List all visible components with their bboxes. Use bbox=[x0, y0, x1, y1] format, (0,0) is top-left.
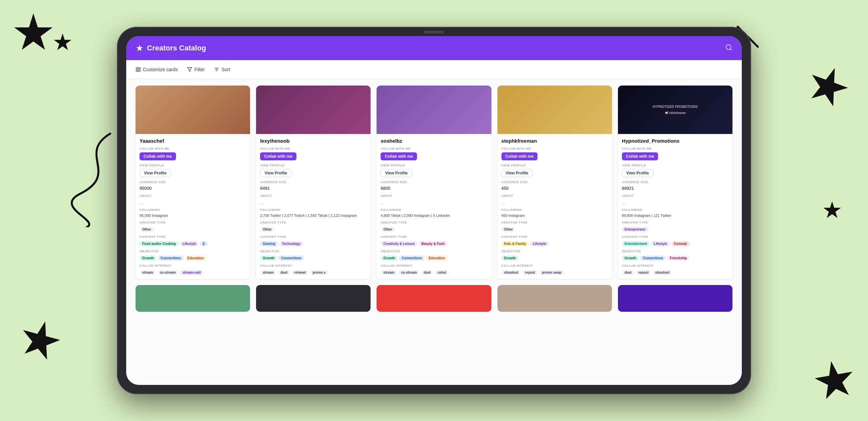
collab-interest-tags: streamco-streamstream-raid bbox=[140, 270, 246, 275]
creator-type-label: CREATOR TYPE bbox=[380, 221, 487, 224]
content-type-label: CONTENT TYPE bbox=[380, 235, 487, 238]
navbar: Creators Catalog bbox=[126, 36, 742, 60]
creator-type-tags: Other bbox=[501, 227, 608, 232]
tag: duet bbox=[278, 270, 290, 275]
view-profile-button[interactable]: View Profile bbox=[380, 169, 412, 177]
username: Yaaaschef bbox=[140, 138, 246, 144]
following-value: 89,800 Instagram | 121 Twitter bbox=[622, 214, 728, 218]
tag: repost bbox=[522, 270, 538, 275]
creator-type-tags: Other bbox=[380, 227, 487, 232]
collab-button[interactable]: Collab with me bbox=[140, 152, 176, 160]
view-profile-button[interactable]: View Profile bbox=[622, 169, 653, 177]
app-logo-icon bbox=[135, 44, 144, 52]
card-partial-1 bbox=[135, 285, 250, 312]
objective-tags: GrowthConnections bbox=[260, 256, 367, 261]
objective-label: OBJECTIVE bbox=[622, 250, 728, 253]
tag: repost bbox=[636, 270, 651, 275]
collab-button[interactable]: Collab with me bbox=[501, 152, 538, 160]
about-value: ... bbox=[380, 199, 487, 205]
bottom-row bbox=[135, 285, 733, 312]
svg-rect-3 bbox=[138, 67, 140, 69]
tag: promo s bbox=[310, 270, 328, 275]
tag: Lifestyle bbox=[651, 241, 670, 246]
view-profile-button[interactable]: View Profile bbox=[501, 169, 533, 177]
card-body: stephkfreeman COLLAB WITH ME Collab with… bbox=[497, 134, 612, 279]
username: xoshelbz bbox=[380, 138, 487, 144]
tag: Connections bbox=[399, 256, 425, 261]
objective-label: OBJECTIVE bbox=[260, 250, 367, 253]
objective-label: OBJECTIVE bbox=[140, 250, 246, 253]
creator-card: stephkfreeman COLLAB WITH ME Collab with… bbox=[497, 86, 612, 279]
card-body: xoshelbz COLLAB WITH ME Collab with me V… bbox=[377, 134, 491, 279]
app-title: Creators Catalog bbox=[135, 44, 206, 53]
collab-button[interactable]: Collab with me bbox=[622, 152, 658, 160]
tag: Growth bbox=[622, 256, 639, 261]
tag: co-stream bbox=[157, 270, 179, 275]
tag: co-stream bbox=[398, 270, 420, 275]
tag: Growth bbox=[140, 256, 157, 261]
creator-type-tags: Other bbox=[260, 227, 367, 232]
tag: Beauty & Fash bbox=[418, 241, 447, 246]
filter-button[interactable]: Filter bbox=[187, 67, 205, 72]
objective-tags: GrowthConnectionsEducation bbox=[140, 256, 246, 261]
about-label: ABOUT bbox=[380, 194, 487, 197]
collab-interest-tags: streamco-streamduetcohoi bbox=[380, 270, 487, 275]
collab-interest-label: COLLAB INTEREST bbox=[501, 264, 608, 267]
about-label: ABOUT bbox=[260, 194, 367, 197]
card-partial-2 bbox=[256, 285, 371, 312]
cards-grid: Yaaaschef COLLAB WITH ME Collab with me … bbox=[135, 86, 733, 279]
creator-type-label: CREATOR TYPE bbox=[260, 221, 367, 224]
collab-button[interactable]: Collab with me bbox=[260, 152, 297, 160]
audience-size-value: 6805 bbox=[380, 186, 487, 191]
collab-button[interactable]: Collab with me bbox=[380, 152, 417, 160]
tag: E bbox=[200, 241, 208, 246]
about-value: ... bbox=[140, 199, 246, 205]
tag: Creativity & Leisure bbox=[380, 241, 417, 246]
tag: Technology bbox=[279, 241, 303, 246]
about-value: ... bbox=[622, 199, 728, 205]
view-profile-button[interactable]: View Profile bbox=[260, 169, 291, 177]
audience-size-label: AUDIENCE SIZE bbox=[380, 180, 487, 184]
audience-size-label: AUDIENCE SIZE bbox=[140, 180, 246, 184]
card-body: Hypnotized_Promotions COLLAB WITH ME Col… bbox=[618, 134, 733, 279]
tag: stream bbox=[140, 270, 156, 275]
following-value: 2,750 Twitter | 2,077 Twitch | 1,542 Tik… bbox=[260, 214, 367, 218]
collab-label: COLLAB WITH ME bbox=[380, 147, 487, 150]
sort-button[interactable]: Sort bbox=[214, 67, 230, 72]
objective-label: OBJECTIVE bbox=[380, 250, 487, 253]
tag: Food and/or Cooking bbox=[140, 241, 179, 246]
tag: Growth bbox=[501, 256, 519, 261]
tag: stream bbox=[260, 270, 276, 275]
svg-rect-4 bbox=[136, 70, 138, 72]
customize-cards-button[interactable]: Customize cards bbox=[135, 67, 178, 72]
tag: Friendship bbox=[667, 256, 689, 261]
content-type-label: CONTENT TYPE bbox=[622, 235, 728, 238]
tag: retweet bbox=[291, 270, 308, 275]
view-profile-button[interactable]: View Profile bbox=[140, 169, 171, 177]
objective-tags: GrowthConnectionsEducation bbox=[380, 256, 487, 261]
following-label: FOLLOWING bbox=[140, 208, 246, 212]
search-icon[interactable] bbox=[725, 44, 733, 53]
objective-tags: Growth bbox=[501, 256, 608, 261]
svg-rect-5 bbox=[138, 70, 140, 72]
creator-card: HYPNOTIZED PROMOTIONS 📢 CEO/Owner Hypnot… bbox=[618, 86, 733, 279]
creator-type-tags: Entrepreneur bbox=[622, 227, 728, 232]
content-type-tags: Kids & FamilyLifestyle bbox=[501, 241, 608, 246]
objective-tags: GrowthConnectionsFriendship bbox=[622, 256, 728, 261]
about-label: ABOUT bbox=[622, 194, 728, 197]
content-type-tags: GamingTechnology bbox=[260, 241, 367, 246]
card-partial-3 bbox=[377, 285, 491, 312]
collab-label: COLLAB WITH ME bbox=[501, 147, 608, 150]
collab-interest-label: COLLAB INTEREST bbox=[260, 264, 367, 267]
view-profile-label: VIEW PROFILE bbox=[501, 164, 608, 167]
creator-type-label: CREATOR TYPE bbox=[140, 221, 246, 224]
tag: duet bbox=[421, 270, 433, 275]
creator-card: lexythenoob COLLAB WITH ME Collab with m… bbox=[256, 86, 371, 279]
audience-size-label: AUDIENCE SIZE bbox=[501, 180, 608, 184]
tag: Growth bbox=[380, 256, 398, 261]
view-profile-label: VIEW PROFILE bbox=[140, 164, 246, 167]
tag: duet bbox=[622, 270, 634, 275]
content-type-tags: Creativity & LeisureBeauty & Fash bbox=[380, 241, 487, 246]
tag: Other bbox=[501, 227, 516, 232]
filter-icon bbox=[187, 67, 192, 72]
